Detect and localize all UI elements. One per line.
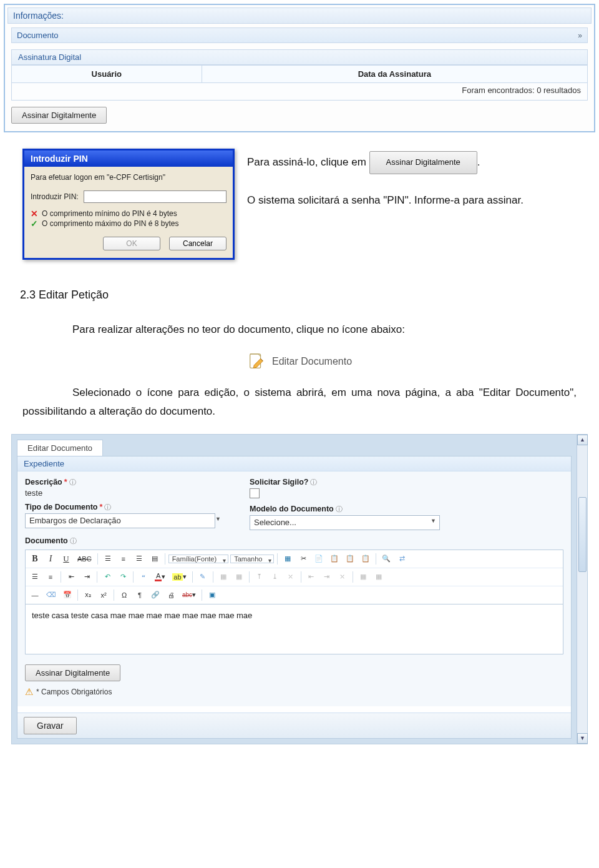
editor-window: ▲ ▼ Editar Documento Expediente Descriçã… (11, 434, 588, 744)
document-collapsible[interactable]: Documento » (11, 27, 588, 43)
cut-button[interactable]: ✂ (296, 552, 310, 566)
indent-button[interactable]: ⇥ (80, 570, 94, 584)
info-title: Informações: (7, 7, 592, 24)
row-delete-button[interactable]: ⤫ (284, 570, 298, 584)
select-modelo-documento[interactable] (250, 515, 440, 530)
underline-button[interactable]: U (59, 552, 73, 566)
edit-document-button[interactable]: Editar Documento (4, 352, 595, 371)
align-left-button[interactable]: ☰ (101, 552, 115, 566)
required-fields-note: ⚠ * Campos Obrigatórios (25, 686, 563, 698)
edit-document-icon (247, 352, 266, 371)
checkbox-sigilo[interactable] (250, 488, 260, 498)
section-p1: Para realizar alterações no teor do docu… (22, 320, 577, 340)
check-icon: ✓ (31, 219, 38, 228)
expand-icon[interactable]: » (578, 31, 582, 40)
paste-text-button[interactable]: 📋 (343, 552, 357, 566)
pin-prompt: Para efetuar logon em "e-CPF Certisign" (31, 173, 226, 182)
lbl-documento: Documentoⓘ (25, 536, 563, 546)
warning-icon: ⚠ (25, 686, 33, 698)
col-delete-button[interactable]: ⤬ (336, 570, 349, 584)
doc-label: Documento (17, 31, 58, 40)
pin-input[interactable] (84, 190, 226, 203)
instruction-text: Para assiná-lo, clique em Assinar Digita… (247, 149, 595, 210)
link-button[interactable]: 🔗 (149, 588, 162, 602)
section-p2: Selecionado o ícone para edição, o siste… (22, 383, 577, 422)
table-btn-1[interactable]: ▦ (217, 570, 230, 584)
th-sign-date: Data da Assinatura (202, 66, 587, 83)
signature-table: Usuário Data da Assinatura (11, 65, 588, 83)
signature-title: Assinatura Digital (11, 49, 588, 65)
save-button[interactable]: Gravar (24, 717, 77, 734)
info-panel: Informações: Documento » Assinatura Digi… (4, 4, 595, 132)
pin-dialog: Introduzir PIN Para efetuar logon em "e-… (22, 149, 235, 260)
edit-html-button[interactable]: ✎ (196, 570, 210, 584)
ol-button[interactable]: ≡ (44, 570, 57, 584)
lbl-descricao: Descrição*ⓘ (25, 478, 225, 487)
redo-button[interactable]: ↷ (116, 570, 130, 584)
pin-cancel-button[interactable]: Cancelar (169, 237, 226, 250)
scroll-down-icon[interactable]: ▼ (577, 733, 588, 744)
bold-button[interactable]: B (28, 552, 42, 566)
row-after-button[interactable]: ⤓ (268, 570, 282, 584)
fullscreen-button[interactable]: ▣ (205, 588, 219, 602)
align-right-button[interactable]: ☰ (132, 552, 146, 566)
lbl-tipo: Tipo de Documento*ⓘ (25, 503, 225, 512)
results-count: Foram encontrados: 0 resultados (11, 83, 588, 101)
paragraph-button[interactable]: ¶ (133, 588, 147, 602)
subscript-button[interactable]: x₂ (81, 588, 95, 602)
font-family-select[interactable]: Família(Fonte) (168, 555, 229, 563)
richtext-content[interactable]: teste casa teste casa mae mae mae mae ma… (25, 604, 563, 654)
col-before-button[interactable]: ⇤ (304, 570, 318, 584)
strike-button[interactable]: ABC (75, 552, 94, 566)
eraser-button[interactable]: ⌫ (44, 588, 59, 602)
pin-field-label: Introduzir PIN: (31, 192, 79, 201)
richtext-toolbar: B I U ABC ☰ ≡ ☰ ▤ Família(Fonte) Tamanho (25, 550, 563, 604)
error-icon: ✕ (31, 209, 38, 218)
text-color-button[interactable]: A▾ (152, 570, 168, 584)
symbol-button[interactable]: Ω (117, 588, 131, 602)
align-center-button[interactable]: ≡ (117, 552, 130, 566)
spellcheck-button[interactable]: abc▾ (180, 588, 198, 602)
pin-dialog-title: Introduzir PIN (24, 150, 233, 167)
ul-button[interactable]: ☰ (28, 570, 42, 584)
pin-ok-button[interactable]: OK (103, 237, 160, 250)
paste-button[interactable]: 📋 (328, 552, 341, 566)
lbl-modelo: Modelo do Documentoⓘ (250, 505, 440, 514)
print-button[interactable]: 🖨 (164, 588, 178, 602)
sign-digitally-inline-button[interactable]: Assinar Digitalmente (369, 151, 477, 174)
replace-button[interactable]: ⇄ (395, 552, 409, 566)
pin-rule-max: ✓ O comprimento máximo do PIN é 8 bytes (31, 219, 226, 228)
split-cells-button[interactable]: ▦ (372, 570, 386, 584)
val-descricao: teste (25, 488, 225, 498)
pin-rule-min: ✕ O comprimento mínimo do PIN é 4 bytes (31, 209, 226, 218)
lbl-sigilo: Solicitar Sigilo?ⓘ (250, 478, 440, 487)
merge-cells-button[interactable]: ▦ (356, 570, 370, 584)
col-after-button[interactable]: ⇥ (320, 570, 334, 584)
superscript-button[interactable]: x² (97, 588, 110, 602)
paste-word-button[interactable]: 📋 (359, 552, 373, 566)
highlight-button[interactable]: ab▾ (170, 570, 188, 584)
font-size-select[interactable]: Tamanho (230, 555, 274, 563)
select-all-button[interactable]: ▦ (281, 552, 295, 566)
date-button[interactable]: 📅 (61, 588, 74, 602)
row-before-button[interactable]: ⤒ (253, 570, 266, 584)
copy-button[interactable]: 📄 (312, 552, 326, 566)
scrollbar[interactable]: ▲ ▼ (577, 435, 587, 744)
edit-document-label: Editar Documento (272, 356, 352, 367)
find-button[interactable]: 🔍 (379, 552, 393, 566)
select-tipo-documento[interactable] (25, 513, 215, 528)
th-user: Usuário (12, 66, 202, 83)
outdent-button[interactable]: ⇤ (64, 570, 78, 584)
scroll-up-icon[interactable]: ▲ (577, 435, 588, 445)
italic-button[interactable]: I (44, 552, 57, 566)
section-heading: 2.3 Editar Petição (20, 289, 595, 302)
justify-button[interactable]: ▤ (148, 552, 162, 566)
sign-digitally-button-2[interactable]: Assinar Digitalmente (25, 664, 120, 681)
scroll-thumb[interactable] (578, 497, 587, 572)
table-btn-2[interactable]: ▦ (232, 570, 246, 584)
sign-digitally-button[interactable]: Assinar Digitalmente (11, 107, 107, 124)
undo-button[interactable]: ↶ (100, 570, 114, 584)
quote-button[interactable]: “ (137, 570, 150, 584)
hr-button[interactable]: — (28, 588, 42, 602)
tab-edit-document[interactable]: Editar Documento (17, 440, 103, 456)
